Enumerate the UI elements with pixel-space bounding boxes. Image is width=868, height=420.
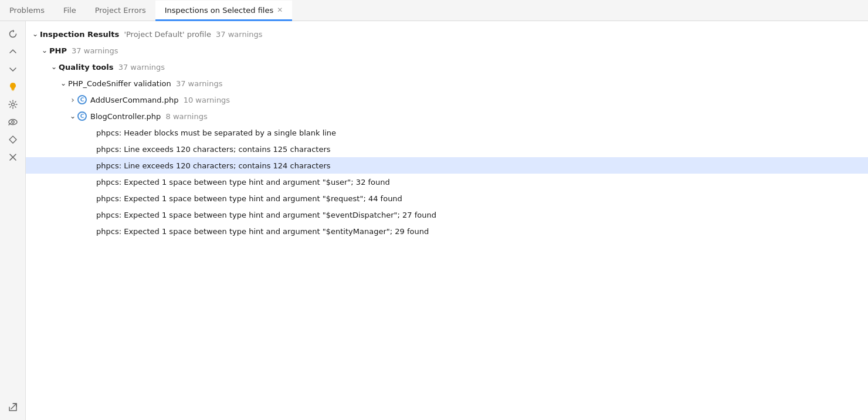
tree-row-quality-tools[interactable]: Quality tools 37 warnings — [26, 59, 868, 75]
php-file-icon-addusercommand: C — [77, 95, 87, 104]
svg-point-2 — [11, 103, 14, 106]
up-icon[interactable] — [5, 43, 21, 60]
chevron-addusercommand — [68, 95, 77, 104]
svg-rect-0 — [11, 89, 14, 90]
message-0-text: phpcs: Header blocks must be separated b… — [96, 128, 336, 137]
codesniffer-label: PHP_CodeSniffer validation — [68, 79, 171, 88]
quality-tools-count: 37 warnings — [116, 63, 165, 72]
message-5-text: phpcs: Expected 1 space between type hin… — [96, 211, 436, 219]
tree-row-message-2[interactable]: phpcs: Line exceeds 120 characters; cont… — [26, 157, 868, 174]
message-1-text: phpcs: Line exceeds 120 characters; cont… — [96, 145, 331, 154]
tab-problems[interactable]: Problems — [0, 1, 54, 21]
tree-row-message-3[interactable]: phpcs: Expected 1 space between type hin… — [26, 174, 868, 190]
close-all-icon[interactable] — [5, 149, 21, 165]
tab-inspections[interactable]: Inspections on Selected files ✕ — [155, 1, 293, 21]
diff-icon[interactable] — [5, 131, 21, 148]
addusercommand-label: AddUserCommand.php — [90, 96, 179, 104]
root-meta: 'Project Default' profile — [121, 30, 213, 39]
svg-line-9 — [11, 404, 16, 409]
lightbulb-icon[interactable] — [5, 79, 21, 95]
blogcontroller-count: 8 warnings — [163, 112, 207, 121]
svg-point-4 — [11, 121, 13, 123]
eye-icon[interactable] — [5, 114, 21, 130]
svg-rect-1 — [12, 90, 14, 91]
message-2-text: phpcs: Line exceeds 120 characters; cont… — [96, 161, 331, 170]
tab-file[interactable]: File — [54, 1, 86, 21]
tab-project-errors[interactable]: Project Errors — [86, 1, 155, 21]
tab-file-label: File — [63, 6, 76, 15]
root-label: Inspection Results — [40, 30, 119, 39]
tree-row-blogcontroller[interactable]: C BlogController.php 8 warnings — [26, 108, 868, 124]
message-3-text: phpcs: Expected 1 space between type hin… — [96, 178, 390, 187]
tab-project-errors-label: Project Errors — [95, 6, 146, 15]
down-icon[interactable] — [5, 61, 21, 77]
tab-inspections-label: Inspections on Selected files — [165, 6, 273, 15]
chevron-quality-tools — [49, 62, 59, 72]
tree-row-addusercommand[interactable]: C AddUserCommand.php 10 warnings — [26, 92, 868, 108]
tree-row-message-6[interactable]: phpcs: Expected 1 space between type hin… — [26, 223, 868, 239]
main-area: Inspection Results 'Project Default' pro… — [0, 21, 868, 420]
php-count: 37 warnings — [69, 46, 118, 55]
svg-marker-6 — [9, 136, 16, 143]
tree-row-root[interactable]: Inspection Results 'Project Default' pro… — [26, 26, 868, 42]
tree-row-php[interactable]: PHP 37 warnings — [26, 42, 868, 59]
tree-row-message-1[interactable]: phpcs: Line exceeds 120 characters; cont… — [26, 141, 868, 157]
tab-inspections-close[interactable]: ✕ — [277, 6, 283, 14]
tree-row-message-0[interactable]: phpcs: Header blocks must be separated b… — [26, 124, 868, 141]
tree-row-message-5[interactable]: phpcs: Expected 1 space between type hin… — [26, 206, 868, 223]
export-icon[interactable] — [5, 399, 21, 415]
sidebar — [0, 21, 26, 420]
tree-content[interactable]: Inspection Results 'Project Default' pro… — [26, 21, 868, 420]
quality-tools-label: Quality tools — [59, 63, 113, 72]
tab-problems-label: Problems — [9, 6, 45, 15]
php-label: PHP — [49, 46, 67, 55]
gear-icon[interactable] — [5, 96, 21, 113]
chevron-blogcontroller — [68, 111, 77, 121]
chevron-root — [30, 29, 40, 39]
tree-row-message-4[interactable]: phpcs: Expected 1 space between type hin… — [26, 190, 868, 206]
codesniffer-count: 37 warnings — [174, 79, 223, 88]
tree-row-codesniffer[interactable]: PHP_CodeSniffer validation 37 warnings — [26, 75, 868, 92]
addusercommand-count: 10 warnings — [181, 96, 230, 104]
chevron-codesniffer — [59, 79, 68, 88]
blogcontroller-label: BlogController.php — [90, 112, 161, 121]
chevron-php — [40, 46, 49, 55]
tab-bar: Problems File Project Errors Inspections… — [0, 0, 868, 21]
php-file-icon-blogcontroller: C — [77, 111, 87, 121]
message-6-text: phpcs: Expected 1 space between type hin… — [96, 227, 429, 236]
refresh-icon[interactable] — [5, 26, 21, 42]
root-count: 37 warnings — [216, 30, 263, 39]
message-4-text: phpcs: Expected 1 space between type hin… — [96, 194, 402, 203]
